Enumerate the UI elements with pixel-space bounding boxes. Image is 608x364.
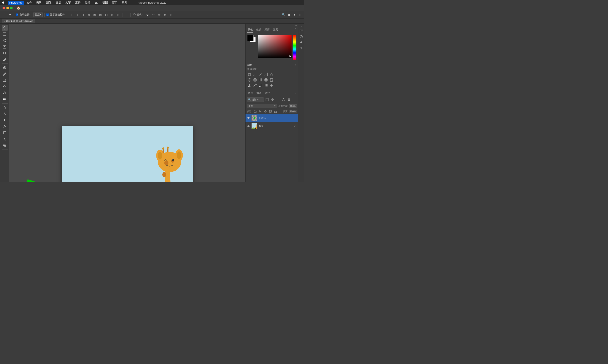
menu-file[interactable]: 文件 <box>25 0 34 5</box>
lock-artboard-btn[interactable] <box>269 109 272 113</box>
menu-layer[interactable]: 图层 <box>54 0 63 5</box>
adj-levels-icon[interactable] <box>253 72 257 77</box>
apple-logo[interactable] <box>2 1 5 4</box>
move-tool[interactable] <box>2 25 8 31</box>
filter-toggle-icon[interactable]: ○ <box>292 97 297 102</box>
hand-tool[interactable] <box>2 136 8 142</box>
align-center-v-icon[interactable]: ⊞ <box>92 13 97 17</box>
menu-help[interactable]: 帮助 <box>120 0 129 5</box>
tab-layers[interactable]: 图层 <box>247 91 254 95</box>
fill-value[interactable]: 100% <box>289 110 297 113</box>
dist-vert-icon[interactable]: ⊞ <box>116 13 121 17</box>
dodge-tool[interactable] <box>2 104 8 111</box>
arrange-windows-icon[interactable]: ▣ <box>287 13 291 17</box>
layer-visibility-1[interactable] <box>247 116 250 120</box>
adj-invert-icon[interactable] <box>247 83 252 88</box>
paragraph-mini-icon[interactable]: ¶ <box>299 45 304 50</box>
adj-exposure-icon[interactable] <box>264 72 268 77</box>
tab-close-x[interactable]: ✕ <box>3 20 5 22</box>
auto-select-checkbox[interactable] <box>16 13 18 16</box>
tab-color[interactable]: 颜色 <box>247 27 253 33</box>
filter-pixel-icon[interactable] <box>265 97 269 102</box>
layer-item-1[interactable]: 图层 1 <box>245 114 298 122</box>
dist-horiz-icon[interactable]: ⊞ <box>110 13 115 17</box>
adj-brightness-icon[interactable] <box>247 72 252 77</box>
shape-tool[interactable] <box>2 130 8 136</box>
adj-gradient-map-icon[interactable] <box>264 83 268 88</box>
adj-bw-icon[interactable] <box>258 78 263 82</box>
layer-filter-dropdown[interactable]: 🔍 类型 ▾ <box>247 97 264 102</box>
more-tools-icon[interactable]: ··· <box>2 151 8 157</box>
layer-dropdown[interactable]: 图层 ▾ <box>33 12 43 17</box>
tab-swatches[interactable]: 色板 <box>256 27 262 33</box>
hue-strip[interactable] <box>293 35 297 60</box>
align-center-h-icon[interactable]: ⊟ <box>75 13 79 17</box>
adj-photo-filter-icon[interactable] <box>264 78 268 82</box>
adj-channel-mixer-icon[interactable] <box>269 78 274 82</box>
align-vert-icon[interactable]: ⊟ <box>104 13 109 17</box>
minimize-button[interactable] <box>6 7 9 9</box>
show-transform-checkbox[interactable] <box>46 13 49 16</box>
adj-menu-icon[interactable]: ≡ <box>295 64 297 67</box>
filter-smart-icon[interactable] <box>287 97 291 102</box>
document-tab[interactable]: ✕ 素材.psd @ 160%(RGB/8) <box>2 19 35 23</box>
gradient-tool[interactable] <box>2 96 8 102</box>
text-tool[interactable]: T <box>2 117 8 123</box>
pen-tool[interactable] <box>2 111 8 117</box>
tab-pattern[interactable]: 图案 <box>272 27 278 33</box>
menu-3d[interactable]: 3D <box>93 1 100 5</box>
3d-pan-icon[interactable]: ⊕ <box>157 13 162 17</box>
filter-text-icon[interactable]: T <box>276 97 280 102</box>
adj-curves-icon[interactable] <box>258 72 263 77</box>
color-gradient-picker[interactable] <box>258 35 292 58</box>
adjustments-mini-icon[interactable] <box>299 34 304 39</box>
healing-brush-tool[interactable] <box>2 65 8 71</box>
menu-photoshop[interactable]: Photoshop <box>8 1 24 5</box>
layers-menu-icon[interactable]: ≡ <box>295 92 297 94</box>
panel-menu-btn[interactable]: ≡ <box>295 27 297 33</box>
screen-mode-icon[interactable]: ▾ <box>292 13 297 17</box>
tab-gradient[interactable]: 渐变 <box>264 27 270 33</box>
3d-scale-icon[interactable]: ⊞ <box>169 13 174 17</box>
align-right-icon[interactable]: ⊟ <box>81 13 85 17</box>
menu-filter[interactable]: 滤镜 <box>83 0 92 5</box>
brush-tool[interactable] <box>2 71 8 77</box>
share-icon[interactable]: ⬆ <box>298 13 302 17</box>
lasso-tool[interactable] <box>2 38 8 43</box>
text-mini-icon[interactable]: A <box>299 40 304 44</box>
move-arrows-icon[interactable] <box>2 13 6 17</box>
color-mini-icon[interactable] <box>299 29 304 34</box>
zoom-tool[interactable] <box>2 143 8 148</box>
eyedropper-tool[interactable] <box>2 56 8 62</box>
lock-position-btn[interactable] <box>263 109 267 113</box>
blend-mode-dropdown[interactable]: 正常 ▾ <box>247 104 277 108</box>
tab-channels[interactable]: 通道 <box>256 91 262 95</box>
adj-vibrance-icon[interactable] <box>269 72 274 77</box>
tab-paths[interactable]: 路径 <box>264 91 271 95</box>
filter-shape-icon[interactable] <box>281 97 286 102</box>
menu-text[interactable]: 文字 <box>64 0 73 5</box>
align-bottom-icon[interactable]: ⊞ <box>98 13 103 17</box>
menu-edit[interactable]: 编辑 <box>35 0 43 5</box>
home-icon[interactable]: 🏠 <box>16 6 21 10</box>
filter-adj-icon[interactable] <box>270 97 275 102</box>
arrange-icon[interactable]: ▾ <box>8 13 12 17</box>
crop-tool[interactable] <box>2 50 8 56</box>
menu-view[interactable]: 视图 <box>101 0 109 5</box>
adj-selective-color-icon[interactable] <box>269 83 274 88</box>
layer-visibility-bg[interactable] <box>247 124 250 128</box>
adj-hsl-icon[interactable] <box>247 78 252 82</box>
panel-collapse-right[interactable]: ≫ <box>300 25 303 28</box>
3d-slide-icon[interactable]: ⊗ <box>163 13 168 17</box>
lock-transparent-btn[interactable] <box>253 109 257 113</box>
align-top-icon[interactable]: ⊞ <box>86 13 91 17</box>
3d-rotate-icon[interactable]: ↺ <box>145 13 150 17</box>
foreground-color-swatch[interactable] <box>247 35 254 41</box>
menu-window[interactable]: 窗口 <box>110 0 119 5</box>
lock-image-btn[interactable] <box>258 109 262 113</box>
path-select-tool[interactable] <box>2 124 8 130</box>
layer-item-background[interactable]: 背景 <box>245 122 298 130</box>
adj-threshold-icon[interactable] <box>258 83 263 88</box>
lock-all-btn[interactable] <box>274 109 277 113</box>
history-brush-tool[interactable] <box>2 84 8 90</box>
